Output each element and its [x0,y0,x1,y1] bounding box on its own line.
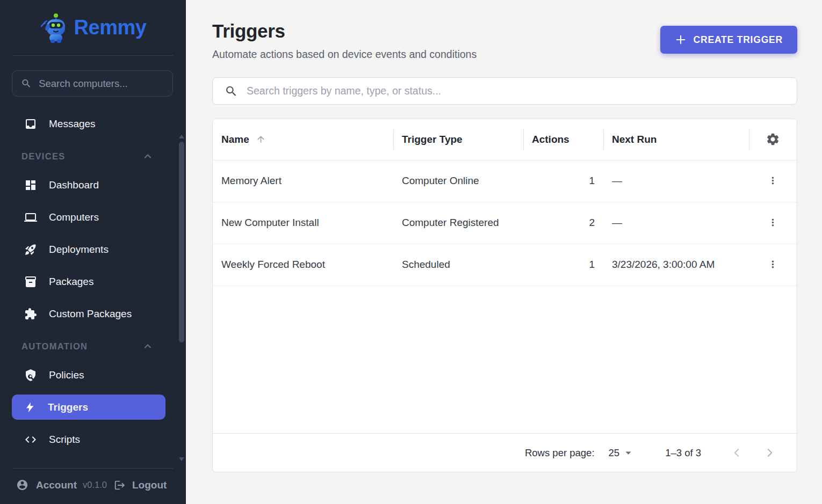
sidebar: Remmy Messages DEVICES Dashboard [0,0,186,504]
sidebar-item-label: Messages [49,118,96,130]
triggers-icon [24,401,36,413]
chevron-left-icon [730,446,744,459]
trigger-name: New Computer Install [221,217,319,228]
sort-ascending-icon [256,134,266,144]
chevron-right-icon [763,446,776,459]
plus-icon [675,34,687,46]
page-header: Triggers Automate actions based on devic… [212,20,797,61]
rows-per-page-select[interactable]: 25 [609,446,636,459]
sidebar-item-label: Deployments [49,244,109,255]
search-icon [21,77,32,90]
dashboard-icon [24,179,37,192]
account-icon [16,479,28,491]
next-page-button[interactable] [761,444,778,462]
triggers-table: Name Trigger Type Actions Next Run [213,119,797,286]
column-header-actions[interactable]: Actions [523,119,603,160]
scrollbar-up-arrow[interactable] [179,135,184,138]
kebab-menu-icon [767,217,778,228]
trigger-next-run: 3/23/2026, 3:00:00 AM [612,259,715,270]
sidebar-item-label: Computers [49,211,99,223]
trigger-actions-count: 1 [589,175,595,186]
row-menu-button[interactable] [765,173,781,188]
custom-packages-icon [24,308,37,320]
section-header-devices[interactable]: DEVICES [0,151,186,162]
create-trigger-button[interactable]: CREATE TRIGGER [660,26,797,54]
sidebar-item-triggers[interactable]: Triggers [12,395,165,420]
logout-button[interactable]: Logout [114,479,167,491]
sidebar-item-label: Dashboard [49,179,99,191]
table-row[interactable]: Weekly Forced Reboot Scheduled 1 3/23/20… [213,244,797,286]
triggers-search-bar[interactable] [212,77,797,105]
sidebar-divider [13,55,173,56]
sidebar-item-dashboard[interactable]: Dashboard [12,172,165,198]
table-pagination: Rows per page: 25 1–3 of 3 [213,433,797,472]
search-triggers-input[interactable] [247,85,787,97]
column-settings-header [749,119,797,160]
column-header-trigger-type[interactable]: Trigger Type [393,119,523,160]
trigger-type: Scheduled [402,259,450,270]
trigger-name: Memory Alert [221,175,282,186]
trigger-next-run: — [612,175,622,186]
row-menu-button[interactable] [765,215,781,230]
trigger-next-run: — [612,217,622,228]
sidebar-item-label: Policies [49,369,84,381]
trigger-type: Computer Registered [402,217,499,228]
computers-icon [24,211,37,224]
version-label: v0.1.0 [83,480,107,490]
kebab-menu-icon [767,175,778,186]
chevron-up-icon [142,151,153,162]
sidebar-item-label: Scripts [49,434,80,445]
sidebar-item-label: Packages [49,276,93,288]
sidebar-item-label: Custom Packages [49,308,132,320]
sidebar-item-policies[interactable]: Policies [12,362,165,388]
search-icon [225,84,238,98]
rows-per-page-label: Rows per page: [525,447,595,459]
table-settings-button[interactable] [763,130,782,149]
deployments-icon [24,243,37,256]
sidebar-footer: Account v0.1.0 Logout [0,468,186,504]
pagination-range-label: 1–3 of 3 [665,447,701,459]
main-content: Triggers Automate actions based on devic… [186,0,822,504]
table-empty-area [213,286,797,434]
trigger-name: Weekly Forced Reboot [221,259,325,270]
sidebar-item-scripts[interactable]: Scripts [12,427,165,452]
brand-logo: Remmy [0,0,186,55]
brand-name: Remmy [74,16,147,39]
robot-mascot-icon [40,12,69,43]
triggers-table-card: Name Trigger Type Actions Next Run [212,119,797,472]
sidebar-scrollbar [178,0,185,504]
page-subtitle: Automate actions based on device events … [212,48,477,61]
column-header-name[interactable]: Name [213,119,393,160]
trigger-type: Computer Online [402,175,479,186]
account-button[interactable]: Account [36,479,77,491]
sidebar-item-computers[interactable]: Computers [12,204,165,230]
trigger-actions-count: 1 [589,259,595,270]
sidebar-nav: Messages DEVICES Dashboard Computers Dep… [0,111,186,452]
gear-icon [766,132,780,147]
dropdown-arrow-icon [622,446,635,459]
section-header-automation[interactable]: AUTOMATION [0,341,186,352]
policies-icon [24,369,37,382]
table-header-row: Name Trigger Type Actions Next Run [213,119,797,160]
kebab-menu-icon [767,259,778,270]
chevron-up-icon [142,341,153,352]
sidebar-item-deployments[interactable]: Deployments [12,237,165,262]
packages-icon [24,275,37,288]
column-header-next-run[interactable]: Next Run [603,119,749,160]
sidebar-item-label: Triggers [48,401,88,413]
sidebar-search[interactable] [12,70,173,97]
row-menu-button[interactable] [765,257,781,272]
scrollbar-thumb[interactable] [179,142,184,342]
previous-page-button[interactable] [728,444,746,462]
table-row[interactable]: New Computer Install Computer Registered… [213,202,797,244]
sidebar-item-messages[interactable]: Messages [12,111,165,136]
page-title: Triggers [212,20,477,42]
trigger-actions-count: 2 [589,217,595,228]
messages-icon [24,118,37,130]
search-computers-input[interactable] [39,78,165,90]
scrollbar-down-arrow[interactable] [179,457,184,461]
sidebar-item-custom-packages[interactable]: Custom Packages [12,301,165,326]
sidebar-item-packages[interactable]: Packages [12,269,165,294]
logout-icon [114,479,126,491]
table-row[interactable]: Memory Alert Computer Online 1 — [213,160,797,202]
